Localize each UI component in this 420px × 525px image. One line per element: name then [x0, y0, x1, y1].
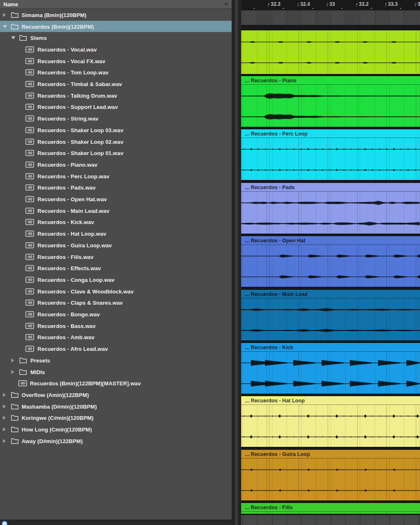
tree-audio-file[interactable]: Recuerdos - Support Lead.wav — [0, 101, 232, 113]
tree-audio-file[interactable]: Recuerdos - Shaker Loop 02.wav — [0, 136, 232, 148]
folder-icon — [11, 392, 19, 398]
tree-audio-file[interactable]: Recuerdos - Shaker Loop 03.wav — [0, 124, 232, 136]
item-label: Recuerdos (Bmin)(122BPM)[MASTER].wav — [30, 380, 141, 387]
tree-audio-file[interactable]: Recuerdos - Clave & Woodblock.wav — [0, 286, 232, 297]
filter-triangle-icon[interactable] — [224, 3, 229, 6]
tree-audio-file[interactable]: Recuerdos - Hat Loop.wav — [0, 228, 232, 239]
disclosure-triangle-icon[interactable] — [3, 25, 7, 28]
tree-audio-file[interactable]: Recuerdos - Tom Loop.wav — [0, 67, 232, 79]
beat-time-ruler[interactable]: 32.332.43333.233.333 — [241, 0, 420, 10]
clip-title-bar[interactable]: ... Recuerdos - Hat Loop — [241, 396, 420, 405]
audio-file-icon — [25, 138, 34, 145]
tree-audio-file[interactable]: Recuerdos - Main Lead.wav — [0, 205, 232, 217]
tree-folder[interactable]: Koringwe (C#min)(120BPM) — [0, 412, 232, 424]
tree-audio-file[interactable]: Recuerdos - Vocal FX.wav — [0, 55, 232, 67]
clip-title-bar[interactable]: ... Recuerdos - Piano — [241, 76, 420, 85]
tree-audio-file[interactable]: Recuerdos - Guira Loop.wav — [0, 239, 232, 251]
clip-hat-loop[interactable]: ... Recuerdos - Hat Loop — [241, 396, 420, 447]
tree-audio-file[interactable]: Recuerdos - Fills.wav — [0, 251, 232, 263]
disclosure-triangle-icon[interactable] — [3, 393, 6, 397]
tree-audio-file[interactable]: Recuerdos - Conga Loop.wav — [0, 274, 232, 286]
clip-pads[interactable]: ... Recuerdos - Pads — [241, 182, 420, 234]
clip-title-bar[interactable]: ... Recuerdos - Perc Loop — [241, 129, 420, 138]
splitter-handle[interactable] — [235, 0, 238, 525]
clip-open-hat[interactable]: ... Recuerdos - Open Hat — [241, 236, 420, 287]
waveform — [241, 245, 420, 287]
tree-folder[interactable]: Away (D#min)(122BPM) — [0, 435, 232, 447]
item-label: Mashamba (D#min)(120BPM) — [22, 403, 97, 409]
minor-tick — [341, 8, 343, 9]
ruler-label: 33.3 — [388, 1, 398, 7]
clip-waveform-area[interactable] — [241, 352, 420, 394]
pane-splitter[interactable] — [232, 0, 241, 525]
tree-audio-file[interactable]: Recuerdos - Shaker Loop 01.wav — [0, 147, 232, 159]
tree-audio-file[interactable]: Recuerdos - Afro Lead.wav — [0, 343, 232, 355]
info-icon[interactable] — [2, 521, 7, 525]
disclosure-triangle-icon[interactable] — [3, 404, 6, 409]
item-label: Recuerdos - Vocal FX.wav — [37, 58, 105, 64]
tree-audio-file[interactable]: Recuerdos - Claps & Snares.wav — [0, 297, 232, 309]
clip-top-partial[interactable] — [241, 30, 420, 74]
disclosure-triangle-icon[interactable] — [3, 427, 6, 431]
clip-waveform-area[interactable] — [241, 298, 420, 340]
clip-title-bar[interactable]: ... Recuerdos - Guira Loop — [241, 450, 420, 458]
audio-file-icon — [25, 173, 34, 180]
tree-folder[interactable]: Stems — [0, 32, 232, 44]
disclosure-triangle-icon[interactable] — [11, 370, 14, 374]
scrub-area[interactable] — [241, 10, 420, 26]
file-tree: Simama (Bmin)(120BPM)Recuerdos (Bmin)(12… — [0, 9, 232, 520]
clip-fills[interactable]: ... Recuerdos - Fills — [241, 503, 420, 514]
disclosure-triangle-icon[interactable] — [11, 358, 14, 362]
clip-main-lead[interactable]: ... Recuerdos - Main Lead — [241, 289, 420, 341]
clip-title-bar[interactable]: ... Recuerdos - Main Lead — [241, 290, 420, 298]
clip-waveform-area[interactable] — [241, 138, 420, 180]
audio-file-icon — [25, 58, 34, 64]
tree-audio-file[interactable]: Recuerdos - Timbal & Sabar.wav — [0, 78, 232, 90]
clip-piano[interactable]: ... Recuerdos - Piano — [241, 76, 420, 127]
tree-folder[interactable]: Simama (Bmin)(120BPM) — [0, 9, 232, 21]
clip-title-bar[interactable]: ... Recuerdos - Pads — [241, 183, 420, 192]
tree-folder[interactable]: Overflow (Amin)(122BPM) — [0, 389, 232, 401]
tree-audio-file[interactable]: Recuerdos - Talking Drum.wav — [0, 90, 232, 101]
item-label: Recuerdos - Kick.wav — [37, 219, 94, 225]
tree-audio-file[interactable]: Recuerdos - String.wav — [0, 113, 232, 124]
clip-title-bar[interactable]: ... Recuerdos - Fills — [241, 503, 420, 512]
clip-title-bar[interactable]: ... Recuerdos - Kick — [241, 343, 420, 352]
disclosure-triangle-icon[interactable] — [11, 37, 15, 39]
tree-folder[interactable]: Recuerdos (Bmin)(122BPM) — [0, 21, 232, 32]
tree-folder[interactable]: Mashamba (D#min)(120BPM) — [0, 401, 232, 412]
tree-audio-file[interactable]: Recuerdos - Vocal.wav — [0, 44, 232, 55]
tree-audio-file[interactable]: Recuerdos - Kick.wav — [0, 217, 232, 228]
tree-folder[interactable]: Presets — [0, 355, 232, 366]
tree-audio-file[interactable]: Recuerdos - Bass.wav — [0, 320, 232, 332]
clip-waveform-area[interactable] — [241, 458, 420, 500]
browser-column-header[interactable]: Name — [0, 0, 232, 9]
clip-title-bar[interactable]: ... Recuerdos - Open Hat — [241, 236, 420, 245]
clip-kick[interactable]: ... Recuerdos - Kick — [241, 343, 420, 394]
clip-waveform-area[interactable] — [241, 512, 420, 514]
tree-audio-file[interactable]: Recuerdos (Bmin)(122BPM)[MASTER].wav — [0, 377, 232, 389]
disclosure-triangle-icon[interactable] — [3, 13, 6, 17]
tree-audio-file[interactable]: Recuerdos - Effects.wav — [0, 262, 232, 274]
empty-track-area[interactable] — [241, 515, 420, 525]
clip-guira-loop[interactable]: ... Recuerdos - Guira Loop — [241, 449, 420, 501]
tree-folder[interactable]: MIDIs — [0, 366, 232, 378]
tree-audio-file[interactable]: Recuerdos - Bongo.wav — [0, 308, 232, 320]
tree-audio-file[interactable]: Recuerdos - Amb.wav — [0, 332, 232, 343]
folder-icon — [11, 403, 19, 409]
clip-waveform-area[interactable] — [241, 245, 420, 287]
item-label: Recuerdos - Bongo.wav — [37, 311, 100, 318]
tree-audio-file[interactable]: Recuerdos - Open Hat.wav — [0, 193, 232, 205]
clip-perc-loop[interactable]: ... Recuerdos - Perc Loop — [241, 129, 420, 180]
tree-audio-file[interactable]: Recuerdos - Perc Loop.wav — [0, 170, 232, 182]
tree-audio-file[interactable]: Recuerdos - Pads.wav — [0, 182, 232, 194]
clip-waveform-area[interactable] — [241, 85, 420, 127]
clip-waveform-area[interactable] — [241, 30, 420, 74]
disclosure-triangle-icon[interactable] — [3, 439, 6, 443]
clip-waveform-area[interactable] — [241, 192, 420, 234]
disclosure-triangle-icon[interactable] — [3, 416, 6, 420]
tree-folder[interactable]: How Long (Cmin)(120BPM) — [0, 424, 232, 435]
tree-audio-file[interactable]: Recuerdos - Piano.wav — [0, 159, 232, 170]
item-label: Recuerdos - Support Lead.wav — [37, 104, 118, 110]
clip-waveform-area[interactable] — [241, 405, 420, 447]
